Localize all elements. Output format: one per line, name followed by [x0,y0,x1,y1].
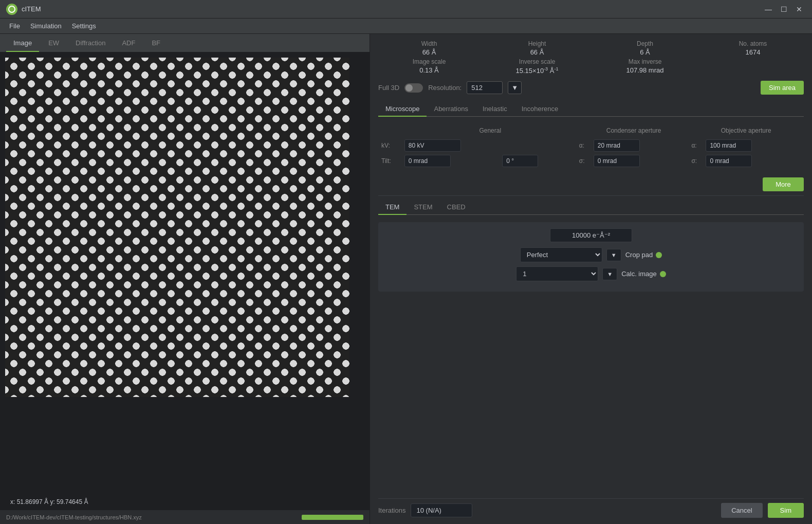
image-scale-label: Image scale [378,58,480,65]
kv-label: kV: [381,139,401,152]
info-height: Height 66 Å [486,40,588,56]
sim-area-button[interactable]: Sim area [761,81,804,95]
tem-tabs: TEM STEM CBED [378,200,804,215]
iterations-label: Iterations [378,507,405,514]
condenser-sigma-input[interactable] [594,155,640,167]
filepath-text: D:/Work/cITEM-dev/cITEM-testing/structur… [6,514,142,520]
tab-inelastic[interactable]: Inelastic [475,102,514,117]
resolution-label: Resolution: [428,84,462,92]
info-no-atoms: No. atoms 1674 [702,40,804,56]
info-width: Width 66 Å [378,40,480,56]
main-layout: Image EW Diffraction ADF BF x: 51.86997 … [0,34,812,524]
sim-button[interactable]: Sim [768,503,804,518]
mode-dropdown-arrow[interactable]: ▼ [606,249,621,261]
image-area: x: 51.86997 Å y: 59.74645 Å [0,52,370,510]
info-image-scale: Image scale 0.13 Å [378,58,480,75]
condenser-sigma-label: σ: [579,155,590,167]
inverse-scale-label: Inverse scale [486,58,588,65]
tem-mode-row: Perfect ▼ Crop pad [386,247,796,262]
maximize-button[interactable]: ☐ [777,3,790,16]
width-label: Width [378,40,480,47]
tem-image-pattern [5,58,349,397]
tab-adf[interactable]: ADF [115,36,142,52]
tab-incoherence[interactable]: Incoherence [514,102,566,117]
depth-value: 6 Å [594,48,696,56]
simulation-image [5,58,349,397]
max-inverse-label: Max inverse [594,58,696,65]
menubar: File Simulation Settings [0,19,812,34]
tem-number-row: 1 ▼ Calc. image [386,266,796,281]
info-inverse-scale: Inverse scale 15.15×10-3 Å-1 [486,58,588,75]
tab-tem[interactable]: TEM [378,200,407,215]
calc-image-indicator: Calc. image [621,270,666,278]
tab-diffraction[interactable]: Diffraction [68,36,113,52]
info-empty [702,58,804,75]
menu-file[interactable]: File [4,20,25,32]
tab-cbed[interactable]: CBED [440,200,473,215]
minimize-button[interactable]: — [762,3,775,16]
number-dropdown-arrow[interactable]: ▼ [602,268,617,280]
microscope-params-table: General Condenser aperture Objective ape… [378,124,804,170]
full3d-label: Full 3D [378,84,399,92]
no-atoms-label: No. atoms [702,40,804,47]
info-grid: Width 66 Å Height 66 Å Depth 6 Å No. ato… [378,40,804,75]
cancel-button[interactable]: Cancel [721,503,762,518]
width-value: 66 Å [378,48,480,56]
tilt-label: Tilt: [381,155,401,167]
progress-bar [302,515,363,520]
objective-sigma-input[interactable] [706,155,752,167]
left-panel: Image EW Diffraction ADF BF x: 51.86997 … [0,34,370,524]
tab-stem[interactable]: STEM [407,200,439,215]
tilt-x-input[interactable] [404,155,451,167]
tab-image[interactable]: Image [6,36,39,52]
iterations-input[interactable] [411,503,472,517]
tilt-y-input[interactable] [502,155,538,167]
close-button[interactable]: ✕ [792,3,806,16]
objective-sigma-label: σ: [691,155,703,167]
titlebar: cITEM — ☐ ✕ [0,0,812,19]
resolution-input[interactable] [467,81,503,94]
crop-pad-indicator: Crop pad [625,251,662,259]
number-select[interactable]: 1 [516,266,598,281]
tab-microscope[interactable]: Microscope [378,102,427,117]
calc-image-dot [660,271,666,277]
info-max-inverse: Max inverse 107.98 mrad [594,58,696,75]
full3d-toggle[interactable] [404,83,423,93]
menu-settings[interactable]: Settings [67,20,101,32]
more-button[interactable]: More [763,177,804,191]
image-scale-value: 0.13 Å [378,66,480,74]
resolution-dropdown[interactable]: ▼ [508,81,522,94]
controls-row: Full 3D Resolution: ▼ Sim area [378,81,804,95]
col-empty [381,127,401,136]
col-condenser: Condenser aperture [579,127,689,136]
condenser-alpha-label: α: [579,139,590,152]
filepath-bar: D:/Work/cITEM-dev/cITEM-testing/structur… [0,510,370,524]
right-panel: Width 66 Å Height 66 Å Depth 6 Å No. ato… [370,34,812,524]
app-title: cITEM [22,5,760,13]
calc-image-label: Calc. image [621,270,657,278]
max-inverse-value: 107.98 mrad [594,66,696,74]
dose-input[interactable] [550,228,632,242]
bottom-controls: Iterations Cancel Sim [378,498,804,518]
inverse-scale-value: 15.15×10-3 Å-1 [486,66,588,75]
info-depth: Depth 6 Å [594,40,696,56]
tab-aberrations[interactable]: Aberrations [427,102,475,117]
no-atoms-value: 1674 [702,48,804,56]
coordinates-display: x: 51.86997 Å y: 59.74645 Å [10,498,88,505]
depth-label: Depth [594,40,696,47]
app-logo [6,4,17,15]
col-objective: Objective aperture [691,127,801,136]
menu-simulation[interactable]: Simulation [25,20,67,32]
mode-select[interactable]: Perfect [520,247,602,262]
height-value: 66 Å [486,48,588,56]
tab-ew[interactable]: EW [41,36,66,52]
crop-pad-dot [656,252,662,258]
condenser-alpha-input[interactable] [594,139,640,152]
tab-bf[interactable]: BF [144,36,168,52]
objective-alpha-label: α: [691,139,703,152]
height-label: Height [486,40,588,47]
col-general: General [404,127,576,136]
objective-alpha-input[interactable] [706,139,752,152]
image-tabs: Image EW Diffraction ADF BF [0,34,370,52]
kv-input[interactable] [404,139,461,152]
